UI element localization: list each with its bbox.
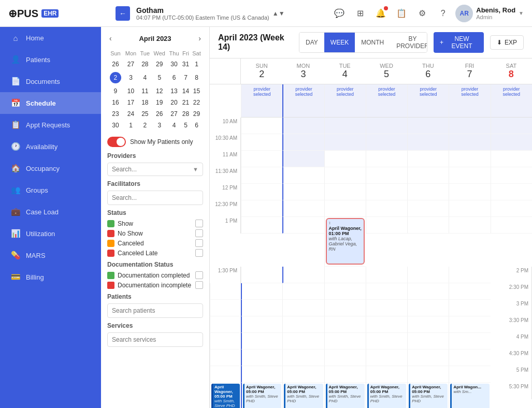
cell-thu-5pm[interactable]: April Wagoner, 05:00 PM with Smith, Stev… <box>366 383 407 408</box>
cell-fri-1130am[interactable] <box>449 167 490 184</box>
appt-block-mon-5pm[interactable]: April Wagoner, 05:00 PM with Smith, Stev… <box>243 384 281 408</box>
cell-fri-2pm[interactable] <box>407 283 449 300</box>
location-dropdown-arrow[interactable]: ▲▼ <box>272 10 285 17</box>
cell-sat-1pm[interactable] <box>491 217 532 234</box>
mini-cal-day[interactable]: 7 <box>181 70 190 85</box>
cell-tue-10am[interactable] <box>324 118 366 134</box>
view-tab-day[interactable]: DAY <box>299 33 324 52</box>
view-tab-week[interactable]: WEEK <box>324 33 355 52</box>
cell-mon-10am[interactable] <box>282 118 324 134</box>
mini-cal-day[interactable]: 16 <box>108 97 123 108</box>
cell-wed-1230pm[interactable] <box>366 200 407 217</box>
cell-tue-1130am[interactable] <box>324 167 366 184</box>
mini-cal-day[interactable]: 11 <box>139 86 151 96</box>
cell-mon-4pm[interactable] <box>241 349 282 366</box>
chat-icon-button[interactable]: 💬 <box>331 5 348 22</box>
cell-tue-2pm[interactable] <box>282 283 324 300</box>
cell-fri-230pm[interactable] <box>407 300 449 316</box>
cell-sat-10am[interactable] <box>491 118 532 134</box>
cell-mon-1pm[interactable] <box>282 217 324 234</box>
cell-thu-12pm[interactable] <box>407 184 449 200</box>
cell-wed-4pm[interactable] <box>324 349 366 366</box>
cell-mon-430pm[interactable] <box>241 366 282 383</box>
sidebar-item-documents[interactable]: 📄 Documents <box>0 70 101 92</box>
mini-cal-day[interactable]: 17 <box>124 97 138 108</box>
sidebar-item-home[interactable]: ⌂ Home <box>0 27 101 49</box>
user-avatar-area[interactable]: AR Abenis, Rod Admin ▼ <box>455 5 524 22</box>
mini-cal-next-button[interactable]: › <box>196 33 203 43</box>
providers-search-dropdown[interactable]: ▼ <box>107 163 203 176</box>
cell-mon-1130am[interactable] <box>282 167 324 184</box>
cell-sun-230pm[interactable] <box>210 300 241 316</box>
cell-tue-1230pm[interactable] <box>324 200 366 217</box>
sidebar-item-patients[interactable]: 👤 Patients <box>0 49 101 70</box>
appt-block-sun-5pm[interactable]: April Wagoner, 05:00 PM with Smith, Stev… <box>211 384 240 408</box>
cell-wed-3pm[interactable] <box>324 316 366 333</box>
mini-cal-day[interactable]: 25 <box>139 109 151 119</box>
cell-sun-130pm[interactable] <box>241 267 282 283</box>
cell-tue-11am[interactable] <box>324 151 366 167</box>
cell-mon-230pm[interactable] <box>241 300 282 316</box>
mini-cal-day[interactable]: 20 <box>168 97 180 108</box>
cell-fri-4pm[interactable] <box>407 349 449 366</box>
cell-mon-330pm[interactable] <box>241 333 282 349</box>
cell-sun-3pm[interactable] <box>210 316 241 333</box>
mini-cal-day[interactable]: 29 <box>191 109 202 119</box>
cell-mon-130pm[interactable] <box>282 267 324 283</box>
mini-cal-day[interactable]: 22 <box>191 97 202 108</box>
view-tab-month[interactable]: MONTH <box>355 33 390 52</box>
show-my-patients-toggle[interactable] <box>107 137 126 147</box>
mini-cal-prev-button[interactable]: ‹ <box>107 33 114 43</box>
mini-cal-day[interactable]: 2 <box>139 120 151 130</box>
services-search-input[interactable] <box>107 332 203 347</box>
cell-sat-430pm[interactable] <box>449 366 490 383</box>
mini-cal-day[interactable]: 31 <box>181 59 190 69</box>
status-checkbox-canceled-late[interactable] <box>195 249 203 257</box>
mini-cal-day[interactable]: 13 <box>168 86 180 96</box>
sidebar-item-groups[interactable]: 👥 Groups <box>0 179 101 201</box>
cell-wed-10am[interactable] <box>366 118 407 134</box>
cell-thu-1030am[interactable] <box>407 134 449 151</box>
new-event-button[interactable]: + NEW EVENT <box>434 32 484 53</box>
cell-fri-1pm[interactable] <box>449 217 490 234</box>
mini-cal-day[interactable]: 1 <box>191 59 202 69</box>
clipboard-icon-button[interactable]: 📋 <box>393 5 410 22</box>
cell-thu-11am[interactable] <box>407 151 449 167</box>
cell-fri-330pm[interactable] <box>407 333 449 349</box>
cell-fri-11am[interactable] <box>449 151 490 167</box>
cell-thu-4pm[interactable] <box>366 349 407 366</box>
facilitators-search-input[interactable] <box>107 191 203 205</box>
cell-wed-330pm[interactable] <box>324 333 366 349</box>
mini-cal-day[interactable]: 6 <box>168 70 180 85</box>
cell-fri-12pm[interactable] <box>449 184 490 200</box>
cell-fri-5pm[interactable]: April Wagoner, 05:00 PM with Smith, Stev… <box>407 383 449 408</box>
cell-mon-12pm[interactable] <box>282 184 324 200</box>
cell-fri-10am[interactable] <box>449 118 490 134</box>
cell-wed-5pm[interactable]: April Wagoner, 05:00 PM with Smith, Stev… <box>324 383 366 408</box>
cell-wed-11am[interactable] <box>366 151 407 167</box>
help-icon-button[interactable]: ? <box>435 5 451 22</box>
cell-thu-10am[interactable] <box>407 118 449 134</box>
mini-cal-day[interactable]: 4 <box>168 120 180 130</box>
mini-cal-day[interactable]: 2 <box>108 70 123 85</box>
bell-icon-button[interactable]: 🔔 <box>372 5 389 22</box>
cell-sun-5pm[interactable]: April Wagoner, 05:00 PM with Smith, Stev… <box>210 383 241 408</box>
sidebar-item-availability[interactable]: 🕐 Availability <box>0 136 101 157</box>
mini-cal-day[interactable]: 28 <box>139 59 151 69</box>
cell-sat-330pm[interactable] <box>449 333 490 349</box>
status-checkbox-canceled[interactable] <box>195 239 203 247</box>
user-dropdown-arrow[interactable]: ▼ <box>519 10 524 16</box>
cell-mon-1030am[interactable] <box>282 134 324 151</box>
cell-fri-3pm[interactable] <box>407 316 449 333</box>
mini-cal-day[interactable]: 15 <box>191 86 202 96</box>
mini-cal-day[interactable]: 18 <box>139 97 151 108</box>
cell-mon-3pm[interactable] <box>241 316 282 333</box>
cell-thu-3pm[interactable] <box>366 316 407 333</box>
cell-sat-1230pm[interactable] <box>491 200 532 217</box>
mini-cal-day[interactable]: 28 <box>181 109 190 119</box>
cell-thu-1230pm[interactable] <box>407 200 449 217</box>
sidebar-item-billing[interactable]: 💳 Billing <box>0 266 101 288</box>
mini-cal-day[interactable]: 4 <box>139 70 151 85</box>
cell-wed-430pm[interactable] <box>324 366 366 383</box>
cell-sat-1030am[interactable] <box>491 134 532 151</box>
